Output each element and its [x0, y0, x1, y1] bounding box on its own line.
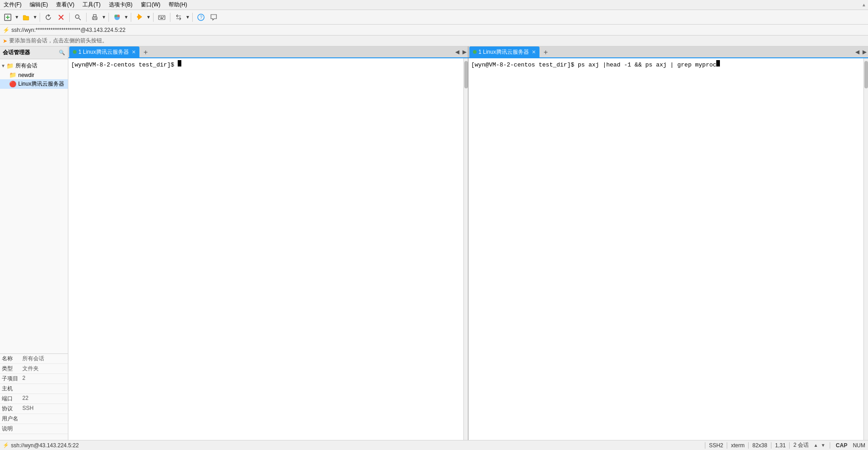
svg-rect-10: [93, 18, 96, 20]
term-2-scroll-thumb[interactable]: [864, 61, 868, 88]
prop-row-protocol: 协议 SSH: [0, 404, 68, 414]
sidebar-search-icon[interactable]: 🔍: [59, 50, 65, 56]
keymap-button[interactable]: [156, 11, 168, 23]
tab-1-label: 1 Linux腾讯云服务器: [78, 48, 129, 56]
status-nav-down[interactable]: ▼: [820, 442, 826, 449]
prop-row-type: 类型 文件夹: [0, 364, 68, 374]
svg-rect-16: [159, 16, 160, 17]
transfer-arrow[interactable]: ▼: [185, 11, 190, 23]
statusbar: ⚡ ssh://wyn@43.143.224.5:22 SSH2 xterm 8…: [0, 440, 868, 450]
open-button[interactable]: [20, 11, 32, 23]
prop-key-name: 名称: [0, 354, 21, 364]
sidebar-tree: ▼ 📁 所有会话 📁 newdir 🔴 Linux腾讯云服务器: [0, 59, 68, 353]
print-button[interactable]: [89, 11, 101, 23]
script-arrow[interactable]: ▼: [146, 11, 151, 23]
menu-window[interactable]: 窗口(W): [139, 0, 162, 10]
menu-help[interactable]: 帮助(H): [167, 0, 189, 10]
sidebar-item-all-sessions[interactable]: ▼ 📁 所有会话: [0, 61, 68, 71]
properties-table: 名称 所有会话 类型 文件夹 子项目 2 主机: [0, 354, 68, 434]
terminal-pane-2: 1 Linux腾讯云服务器 ✕ + ◀ ▶ [wyn@VM-8-2-centos…: [468, 46, 868, 440]
sidebar-label-all: 所有会话: [15, 62, 37, 70]
menu-edit[interactable]: 编辑(E): [28, 0, 50, 10]
term-1-wrapper: [wyn@VM-8-2-centos test_dir]$: [68, 58, 468, 440]
reconnect-button[interactable]: [42, 11, 54, 23]
tab-2-nav-left[interactable]: ◀: [853, 46, 861, 57]
prop-row-host: 主机: [0, 384, 68, 394]
term-2-scrollbar[interactable]: [863, 58, 868, 440]
tab-1-nav-right[interactable]: ▶: [461, 46, 468, 57]
sidebar-header: 会话管理器 🔍: [0, 46, 68, 59]
svg-point-12: [114, 15, 117, 17]
tab-1-close[interactable]: ✕: [132, 49, 136, 55]
transfer-button[interactable]: [173, 11, 185, 23]
sidebar-title: 会话管理器: [3, 49, 30, 56]
open-arrow[interactable]: ▼: [33, 11, 37, 23]
toolbar-sep-4: [108, 13, 109, 22]
prop-val-port: 22: [21, 394, 68, 404]
prop-key-host: 主机: [0, 384, 21, 394]
menu-collapse[interactable]: ▲: [862, 2, 866, 7]
status-sep-6: [830, 442, 830, 449]
new-session-button[interactable]: [2, 11, 14, 23]
status-nav-up[interactable]: ▲: [812, 442, 819, 449]
status-position: 1,31: [775, 442, 786, 449]
disconnect-button[interactable]: [55, 11, 67, 23]
prop-key-type: 类型: [0, 364, 21, 374]
print-arrow[interactable]: ▼: [102, 11, 106, 23]
toolbar-sep-6: [153, 13, 154, 22]
info-icon: ➤: [3, 38, 7, 44]
color-arrow[interactable]: ▼: [124, 11, 128, 23]
menu-file[interactable]: 文件(F): [2, 0, 23, 10]
svg-text:?: ?: [200, 15, 203, 20]
term-1-prompt: [wyn@VM-8-2-centos test_dir]$: [71, 61, 178, 68]
status-left: ⚡ ssh://wyn@43.143.224.5:22: [3, 442, 705, 449]
info-text: 要添加当前会话，点击左侧的箭头按钮。: [9, 37, 108, 45]
tab-1-add[interactable]: +: [141, 47, 151, 57]
chat-button[interactable]: [208, 11, 220, 23]
sidebar-item-linux-tencent[interactable]: 🔴 Linux腾讯云服务器: [0, 79, 68, 89]
tab-1-active[interactable]: 1 Linux腾讯云服务器 ✕: [69, 46, 139, 57]
prop-key-port: 端口: [0, 394, 21, 404]
tab-2-active[interactable]: 1 Linux腾讯云服务器 ✕: [469, 46, 539, 57]
tab-2-add[interactable]: +: [541, 47, 551, 57]
sidebar-item-newdir[interactable]: 📁 newdir: [0, 71, 68, 79]
term-2-prompt: [wyn@VM-8-2-centos test_dir]$ ps axj |he…: [471, 61, 716, 68]
terminal-pane-1: 1 Linux腾讯云服务器 ✕ + ◀ ▶ [wyn@VM-8-2-centos…: [68, 46, 468, 440]
status-lightning-icon: ⚡: [3, 442, 9, 448]
tab-2-nav-right[interactable]: ▶: [861, 46, 868, 57]
terminal-panes: 1 Linux腾讯云服务器 ✕ + ◀ ▶ [wyn@VM-8-2-centos…: [68, 46, 868, 440]
prop-row-name: 名称 所有会话: [0, 354, 68, 364]
server-icon-linux: 🔴: [9, 81, 16, 87]
folder-icon-newdir: 📁: [9, 72, 16, 78]
term-1-scroll-thumb[interactable]: [464, 61, 468, 88]
color-button[interactable]: [111, 11, 123, 23]
tab-1-nav: ◀ ▶: [453, 46, 468, 57]
terminal-1-content[interactable]: [wyn@VM-8-2-centos test_dir]$: [68, 58, 463, 440]
addressbar: ⚡ ssh://wyn:*********************@43.143…: [0, 25, 868, 36]
toolbar-sep-5: [131, 13, 131, 22]
tab-2-label: 1 Linux腾讯云服务器: [478, 48, 529, 56]
status-sep-3: [748, 442, 749, 449]
tab-1-nav-left[interactable]: ◀: [453, 46, 461, 57]
tab-2-close[interactable]: ✕: [532, 49, 536, 55]
menu-tools[interactable]: 工具(T): [81, 0, 102, 10]
address-icon: ⚡: [3, 27, 10, 33]
status-num: NUM: [853, 442, 865, 449]
find-button[interactable]: [72, 11, 84, 23]
script-button[interactable]: [134, 11, 145, 23]
terminals-area: 1 Linux腾讯云服务器 ✕ + ◀ ▶ [wyn@VM-8-2-centos…: [68, 46, 868, 440]
menu-tabs[interactable]: 选项卡(B): [107, 0, 134, 10]
help-button[interactable]: ?: [195, 11, 207, 23]
prop-key-desc: 说明: [0, 424, 21, 434]
new-session-arrow[interactable]: ▼: [15, 11, 19, 23]
toolbar-sep-2: [69, 13, 70, 22]
tab-bar-2: 1 Linux腾讯云服务器 ✕ + ◀ ▶: [468, 46, 868, 58]
term-1-cursor: [178, 60, 181, 66]
status-connection: ssh://wyn@43.143.224.5:22: [11, 442, 79, 449]
address-text: ssh://wyn:*********************@43.143.2…: [11, 27, 125, 33]
prop-val-desc: [21, 424, 68, 434]
properties-scroll[interactable]: 名称 所有会话 类型 文件夹 子项目 2 主机: [0, 354, 68, 440]
menu-view[interactable]: 查看(V): [54, 0, 76, 10]
terminal-2-content[interactable]: [wyn@VM-8-2-centos test_dir]$ ps axj |he…: [468, 58, 863, 440]
term-1-scrollbar[interactable]: [463, 58, 468, 440]
